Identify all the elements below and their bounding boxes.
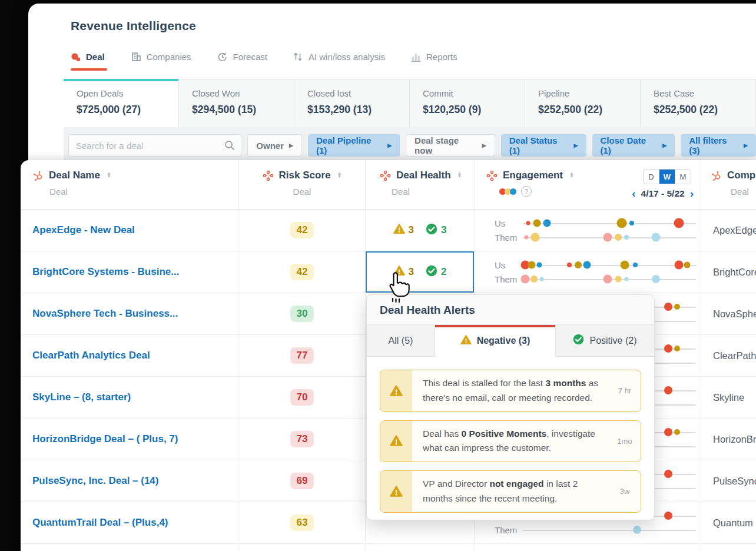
hubspot-icon — [32, 170, 44, 181]
alert-message: This deal is stalled for the last 3 mont… — [412, 370, 609, 411]
table-row: UsThem — [21, 544, 756, 551]
engagement-cell: UsThem — [474, 210, 701, 251]
deal-name-link[interactable]: ClearPath Analytics Deal — [32, 350, 150, 361]
filter-button-close-date-1-[interactable]: Close Date (1)▶ — [592, 134, 675, 157]
nav-tab-companies[interactable]: Companies — [131, 52, 191, 62]
risk-score-badge: 73 — [290, 431, 314, 447]
column-header-engagement[interactable]: Engagement ▲▼ ? DWM ‹ 4/17 - 5/22 › — [474, 160, 701, 209]
card-label: Commit — [423, 88, 525, 98]
card-label: Pipeline — [538, 88, 640, 98]
summary-card-pipeline[interactable]: Pipeline$252,500 (22) — [525, 79, 641, 128]
deal-name-cell: PulseSync, Inc. Deal – (14) — [21, 460, 238, 502]
sort-icon[interactable]: ▲▼ — [457, 172, 462, 178]
deal-health-cell[interactable]: 32 — [365, 251, 474, 293]
column-header-company[interactable]: Comp Deal — [701, 160, 756, 209]
reports-icon — [411, 52, 421, 62]
positive-alerts[interactable]: 3 — [426, 223, 446, 237]
popover-tab-positive-2-[interactable]: Positive (2) — [555, 325, 654, 356]
popover-tabs: All (5)Negative (3)Positive (2) — [367, 325, 654, 357]
filter-button-all-filters-3-[interactable]: All filters (3)▶ — [681, 134, 756, 157]
deal-name-link[interactable]: ApexEdge - New Deal — [32, 224, 135, 236]
popover-tab-negative-3-[interactable]: Negative (3) — [435, 325, 555, 357]
engagement-timeline — [523, 233, 696, 243]
sort-icon[interactable]: ▲▼ — [569, 172, 574, 178]
caret-right-icon: ▶ — [387, 143, 392, 148]
summary-card-open-deals[interactable]: Open Deals$725,000 (27) — [64, 79, 179, 128]
period-option-m[interactable]: M — [675, 170, 691, 184]
sort-icon[interactable]: ▲▼ — [107, 172, 111, 178]
warning-icon — [393, 265, 405, 279]
deal-name-link[interactable]: HorizonBridge Deal – ( Plus, 7) — [32, 433, 178, 445]
risk-score-cell: 77 — [238, 335, 365, 376]
summary-card-closed-won[interactable]: Closed Won$294,500 (15) — [179, 79, 294, 128]
nav-tab-ai-win-loss-analysis[interactable]: AI win/loss analysis — [293, 52, 385, 62]
negative-alerts[interactable]: 3 — [393, 265, 414, 279]
deal-name-link[interactable]: NovaSphere Tech - Business... — [32, 308, 178, 320]
filter-button-deal-stage-now[interactable]: Deal stage now▶ — [406, 134, 495, 157]
nav-tab-deal[interactable]: Deal — [71, 52, 105, 62]
engagement-dot — [530, 276, 538, 283]
chevron-right-icon[interactable]: › — [690, 188, 694, 199]
positive-alerts[interactable]: 2 — [426, 265, 446, 279]
column-header-deal-name[interactable]: Deal Name ▲▼ Deal — [21, 160, 238, 209]
company-cell: BrightCore — [701, 251, 756, 293]
engagement-dot — [604, 275, 612, 284]
risk-score-cell — [238, 544, 365, 551]
filter-button-deal-pipeline-1-[interactable]: Deal Pipeline (1)▶ — [308, 134, 400, 157]
warning-icon — [393, 223, 405, 237]
companies-icon — [131, 52, 141, 62]
summary-card-closed-lost[interactable]: Closed lost$153,290 (13) — [294, 79, 410, 128]
deal-health-cell[interactable] — [365, 544, 474, 551]
deal-name-link[interactable]: SkyLine – (8, starter) — [32, 391, 131, 403]
search-input[interactable] — [68, 134, 241, 157]
date-navigator: ‹ 4/17 - 5/22 › — [632, 188, 694, 199]
deal-name-link[interactable]: BrightCore Systems - Busine... — [32, 266, 179, 278]
negative-count: 3 — [409, 266, 414, 278]
search-input-wrap — [68, 134, 241, 157]
company-cell: ClearPath — [701, 335, 756, 376]
company-cell: ApexEdge — [701, 210, 756, 251]
nav-tab-label: Reports — [426, 52, 457, 62]
negative-alerts[interactable]: 3 — [393, 223, 414, 237]
deal-name-link[interactable]: QuantumTrail Deal – (Plus,4) — [32, 517, 168, 529]
nav-tab-label: Companies — [147, 52, 191, 62]
column-subtitle: Deal — [392, 187, 474, 197]
column-header-risk-score[interactable]: Risk Score ▲▼ Deal — [238, 160, 365, 209]
check-icon — [426, 223, 437, 237]
alert-card[interactable]: Deal has 0 Positive Moments, investigate… — [380, 420, 641, 463]
card-value: $294,500 (15) — [192, 104, 294, 116]
engagement-side-label: Them — [495, 233, 523, 243]
nav-tab-forecast[interactable]: Forecast — [217, 52, 267, 62]
popover-tab-all-5-[interactable]: All (5) — [367, 325, 435, 356]
risk-score-cell: 30 — [238, 293, 365, 334]
crm-icon — [380, 170, 391, 181]
chevron-left-icon[interactable]: ‹ — [632, 188, 635, 199]
popover-tab-label: Negative (3) — [477, 336, 530, 346]
deal-health-cell[interactable]: 33 — [365, 210, 474, 251]
alert-card[interactable]: VP and Director not engaged in last 2 mo… — [380, 470, 641, 513]
summary-card-best-case[interactable]: Best Case$252,500 (22) — [641, 79, 756, 128]
nav-tab-reports[interactable]: Reports — [411, 52, 457, 62]
column-header-deal-health[interactable]: Deal Health ▲▼ Deal — [365, 160, 474, 209]
deal-name-link[interactable]: PulseSync, Inc. Deal – (14) — [32, 475, 158, 487]
risk-score-cell: 42 — [238, 251, 365, 293]
filter-bar: Owner▶Deal Pipeline (1)▶Deal stage now▶D… — [64, 127, 756, 164]
summary-card-commit[interactable]: Commit$120,250 (9) — [410, 79, 525, 128]
filter-button-label: Deal Pipeline (1) — [316, 135, 382, 155]
period-option-w[interactable]: W — [659, 170, 675, 184]
alert-card[interactable]: This deal is stalled for the last 3 mont… — [380, 370, 641, 412]
engagement-dot — [674, 218, 684, 228]
risk-score-cell: 73 — [238, 419, 365, 460]
filter-button-owner[interactable]: Owner▶ — [247, 134, 302, 157]
ai-icon — [293, 52, 303, 62]
search-icon — [224, 140, 236, 151]
risk-score-badge: 63 — [290, 515, 314, 531]
filter-buttons: Owner▶Deal Pipeline (1)▶Deal stage now▶D… — [247, 134, 756, 157]
sort-icon[interactable]: ▲▼ — [337, 172, 341, 178]
period-option-d[interactable]: D — [644, 170, 659, 184]
help-icon[interactable]: ? — [521, 186, 532, 197]
company-name: Quantum — [713, 517, 753, 529]
engagement-dot — [575, 261, 582, 268]
filter-button-deal-status-1-[interactable]: Deal Status (1)▶ — [501, 134, 586, 157]
filter-button-label: Close Date (1) — [601, 135, 658, 155]
